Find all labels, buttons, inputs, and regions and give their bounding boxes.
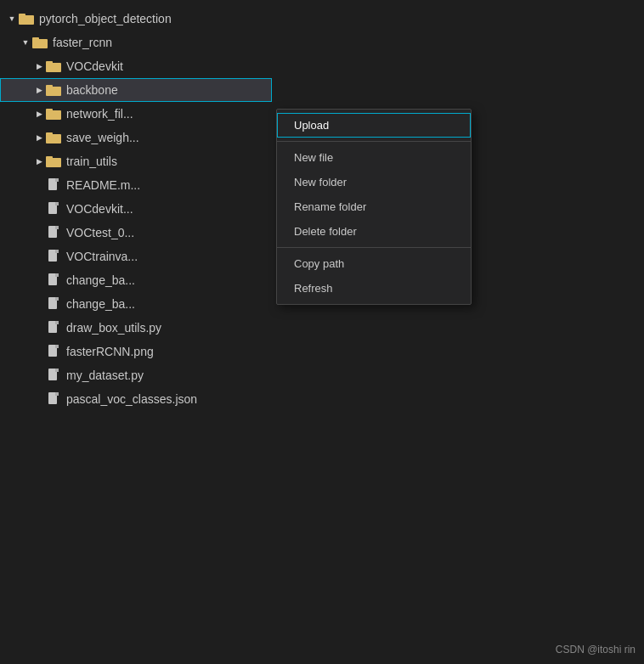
tree-item-label: draw_box_utils.py	[66, 321, 161, 335]
tree-item-label: README.m...	[66, 178, 140, 192]
tree-item-label: change_ba...	[66, 273, 135, 287]
svg-rect-1	[19, 14, 25, 17]
tree-item-label: pascal_voc_classes.json	[66, 392, 197, 406]
file-icon	[46, 202, 61, 216]
svg-rect-7	[46, 85, 53, 88]
svg-rect-3	[32, 37, 39, 41]
folder-icon	[46, 155, 61, 168]
svg-rect-15	[55, 178, 59, 182]
file-icon	[46, 250, 61, 263]
context-menu-item-delete-folder[interactable]: Delete folder	[277, 219, 471, 244]
tree-item-my-dataset[interactable]: my_dataset.py	[0, 363, 272, 387]
svg-rect-9	[46, 109, 53, 112]
file-tree: pytorch_object_detection faster_rcnn VOC…	[0, 0, 272, 418]
arrow-icon	[32, 62, 46, 70]
tree-item-change-ba2[interactable]: change_ba...	[0, 292, 272, 316]
context-menu-item-refresh[interactable]: Refresh	[277, 276, 471, 301]
folder-icon	[46, 107, 61, 121]
context-menu-item-upload[interactable]: Upload	[277, 113, 471, 138]
watermark: CSDN @itoshi rin	[556, 644, 636, 656]
context-menu-divider-2	[277, 247, 471, 248]
tree-item-label: VOCdevkit...	[66, 202, 133, 216]
tree-item-label: train_utils	[66, 155, 117, 168]
tree-item-label: faster_rcnn	[53, 36, 112, 49]
tree-item-pascal-voc[interactable]: pascal_voc_classes.json	[0, 387, 272, 411]
file-icon	[46, 369, 61, 382]
tree-item-label: fasterRCNN.png	[66, 345, 154, 358]
folder-icon	[46, 59, 61, 73]
folder-icon	[46, 83, 61, 97]
svg-rect-17	[55, 202, 59, 205]
folder-icon	[19, 12, 34, 25]
file-icon	[46, 392, 61, 406]
svg-rect-29	[55, 345, 59, 348]
context-menu-item-copy-path[interactable]: Copy path	[277, 251, 471, 276]
tree-item-pytorch[interactable]: pytorch_object_detection	[0, 7, 272, 31]
context-menu-item-new-folder[interactable]: New folder	[277, 170, 471, 194]
tree-item-backbone[interactable]: backbone	[0, 78, 272, 102]
tree-item-label: VOCdevkit	[66, 59, 123, 73]
svg-rect-21	[55, 250, 59, 253]
folder-icon	[46, 131, 61, 144]
tree-item-label: VOCtest_0...	[66, 226, 134, 239]
context-menu: Upload New file New folder Rename folder…	[276, 109, 472, 305]
arrow-icon	[5, 14, 19, 23]
tree-item-label: pytorch_object_detection	[39, 12, 172, 25]
svg-rect-11	[46, 132, 53, 136]
file-icon	[46, 226, 61, 239]
svg-rect-23	[55, 273, 59, 277]
tree-item-label: save_weigh...	[66, 131, 139, 144]
tree-item-draw-box[interactable]: draw_box_utils.py	[0, 316, 272, 340]
file-icon	[46, 273, 61, 287]
arrow-icon	[32, 110, 46, 118]
file-icon	[46, 345, 61, 358]
tree-item-voctest[interactable]: VOCtest_0...	[0, 221, 272, 245]
svg-rect-13	[46, 156, 53, 160]
arrow-icon	[32, 133, 46, 142]
tree-item-vocdevkit[interactable]: VOCdevkit	[0, 54, 272, 78]
file-icon	[46, 321, 61, 335]
svg-rect-27	[55, 321, 59, 324]
svg-rect-25	[55, 297, 59, 301]
tree-item-save-weigh[interactable]: save_weigh...	[0, 126, 272, 149]
arrow-icon	[32, 157, 46, 166]
svg-rect-31	[55, 369, 59, 372]
arrow-icon	[32, 86, 46, 94]
tree-item-label: backbone	[66, 83, 118, 97]
tree-item-label: my_dataset.py	[66, 369, 144, 382]
tree-item-change-ba1[interactable]: change_ba...	[0, 268, 272, 292]
file-icon	[46, 178, 61, 192]
context-menu-item-rename-folder[interactable]: Rename folder	[277, 194, 471, 219]
tree-item-label: network_fil...	[66, 107, 133, 121]
tree-item-label: change_ba...	[66, 297, 135, 311]
tree-item-train-utils[interactable]: train_utils	[0, 149, 272, 173]
arrow-icon	[19, 38, 32, 47]
context-menu-divider	[277, 141, 471, 142]
tree-item-network-fil[interactable]: network_fil...	[0, 102, 272, 126]
tree-item-vocdevkit-file[interactable]: VOCdevkit...	[0, 197, 272, 221]
tree-item-label: VOCtrainva...	[66, 250, 138, 263]
svg-rect-33	[55, 392, 59, 396]
context-menu-item-new-file[interactable]: New file	[277, 145, 471, 170]
tree-item-voctrainval[interactable]: VOCtrainva...	[0, 245, 272, 268]
svg-rect-5	[46, 61, 53, 65]
folder-icon	[32, 36, 48, 49]
tree-item-readme[interactable]: README.m...	[0, 173, 272, 197]
svg-rect-19	[55, 226, 59, 229]
file-icon	[46, 297, 61, 311]
tree-item-fasterrcnn[interactable]: fasterRCNN.png	[0, 340, 272, 363]
tree-item-faster-rcnn[interactable]: faster_rcnn	[0, 31, 272, 54]
